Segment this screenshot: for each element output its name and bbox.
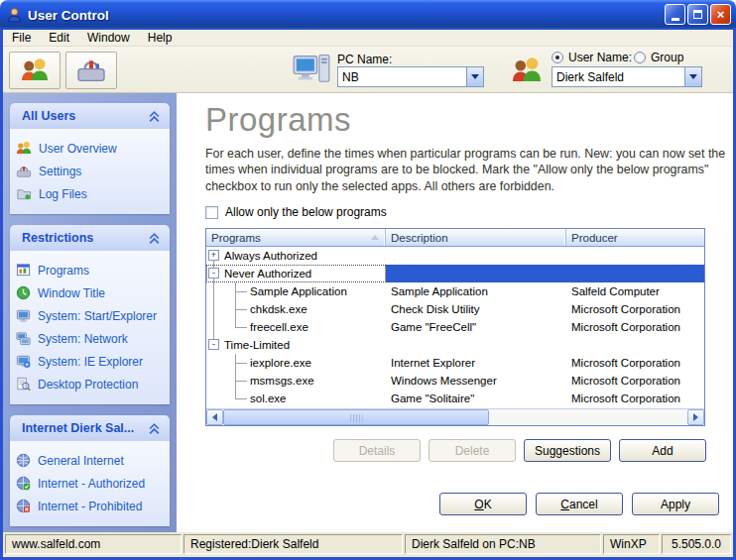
minimize-button[interactable] <box>665 4 685 25</box>
panel-title: All Users <box>22 109 75 123</box>
sidebar-item-system-start-explorer[interactable]: System: Start/Explorer <box>16 304 166 327</box>
allow-only-checkbox[interactable] <box>205 206 218 219</box>
column-header-producer[interactable]: Producer <box>566 229 704 246</box>
cell-description <box>386 247 566 265</box>
page-description: For each user, define the times when par… <box>205 146 731 194</box>
menu-window[interactable]: Window <box>78 30 139 46</box>
cell-producer <box>566 265 704 282</box>
chevron-up-icon[interactable] <box>148 232 161 245</box>
toolbox-toolbar-button[interactable] <box>65 52 117 89</box>
user-name-dropdown-button[interactable] <box>684 67 701 86</box>
table-row[interactable]: chkdsk.exe Check Disk Utility Microsoft … <box>206 300 704 318</box>
sidebar-item-general-internet[interactable]: General Internet <box>16 449 166 472</box>
sidebar-item-programs[interactable]: Programs <box>16 259 166 281</box>
add-button[interactable]: Add <box>619 439 706 462</box>
sidebar-item-label: Internet - Authorized <box>38 477 145 491</box>
sidebar-item-internet-prohibited[interactable]: Internet - Prohibited <box>16 495 166 517</box>
scroll-left-button[interactable] <box>206 409 223 425</box>
sidebar-item-internet-authorized[interactable]: Internet - Authorized <box>16 472 166 495</box>
table-row-group[interactable]: +Always Authorized <box>206 247 704 265</box>
sidebar-panel-all-users: All Users User Overview Settings <box>10 103 170 214</box>
sidebar-item-label: Desktop Protection <box>38 378 138 392</box>
tree-guide <box>213 318 214 336</box>
sidebar-item-system-ie-explorer[interactable]: System: IE Explorer <box>16 350 166 373</box>
sidebar-item-user-overview[interactable]: User Overview <box>16 137 166 160</box>
menu-help[interactable]: Help <box>139 30 182 46</box>
table-row[interactable]: iexplore.exe Internet Explorer Microsoft… <box>206 354 704 372</box>
chevron-up-icon[interactable] <box>148 110 161 123</box>
user-name-value: Dierk Salfeld <box>552 70 684 84</box>
details-button[interactable]: Details <box>333 439 421 462</box>
collapse-icon[interactable]: - <box>208 339 219 350</box>
delete-button[interactable]: Delete <box>429 439 516 462</box>
close-icon: × <box>717 7 725 22</box>
globe-icon <box>16 453 31 468</box>
titlebar[interactable]: User Control × <box>0 0 736 30</box>
scrollbar-track[interactable] <box>489 409 687 425</box>
sidebar-item-window-title[interactable]: Window Title <box>16 281 166 304</box>
maximize-button[interactable] <box>687 4 708 25</box>
sidebar-item-desktop-protection[interactable]: Desktop Protection <box>16 373 166 395</box>
column-label: Description <box>391 232 448 244</box>
sidebar-item-settings[interactable]: Settings <box>16 160 166 182</box>
sidebar-item-system-network[interactable]: System: Network <box>16 327 166 350</box>
cell-program: Sample Application <box>250 285 347 297</box>
users-toolbar-button[interactable] <box>9 52 61 89</box>
sidebar-item-label: User Overview <box>39 142 117 156</box>
cell-description <box>386 336 566 354</box>
cell-producer: Salfeld Computer <box>566 282 704 300</box>
users-icon <box>20 57 50 83</box>
chevron-up-icon[interactable] <box>148 422 161 435</box>
menu-file[interactable]: File <box>3 30 40 46</box>
scroll-right-button[interactable] <box>687 409 704 425</box>
table-row[interactable]: sol.exe Game "Solitaire" Microsoft Corpo… <box>206 390 704 407</box>
horizontal-scrollbar[interactable] <box>206 408 704 425</box>
cancel-button[interactable]: Cancel <box>536 493 623 515</box>
panel-header-all-users[interactable]: All Users <box>10 103 170 129</box>
cell-description: Internet Explorer <box>386 354 566 372</box>
cell-program: freecell.exe <box>250 321 308 333</box>
group-radio[interactable]: Group <box>634 51 683 64</box>
panel-title: Internet Dierk Sal... <box>22 421 134 435</box>
cell-program: msmsgs.exe <box>250 375 314 387</box>
table-row-group[interactable]: -Time-Limited <box>206 336 704 354</box>
tree-guide <box>213 300 214 318</box>
arrow-right-icon <box>693 413 698 421</box>
apply-button[interactable]: Apply <box>632 493 719 515</box>
table-row[interactable]: freecell.exe Game "FreeCell" Microsoft C… <box>206 318 704 336</box>
ok-button[interactable]: OK <box>439 493 527 515</box>
cell-producer <box>566 336 704 354</box>
clock-globe-icon <box>16 285 31 300</box>
close-button[interactable]: × <box>710 4 731 25</box>
group-label: Time-Limited <box>224 339 290 351</box>
chevron-down-icon <box>471 74 479 79</box>
maximize-icon <box>693 10 702 19</box>
user-name-combobox[interactable]: Dierk Salfeld <box>552 66 702 87</box>
pc-name-dropdown-button[interactable] <box>466 67 483 86</box>
status-version: 5.505.0.0 <box>662 534 731 554</box>
panel-header-internet[interactable]: Internet Dierk Sal... <box>10 415 170 441</box>
folder-icon <box>16 186 32 201</box>
group-label: Always Authorized <box>224 250 317 262</box>
user-group-icon <box>511 56 543 84</box>
cell-producer <box>566 247 704 265</box>
table-row-group-selected[interactable]: -Never Authorized <box>206 265 704 282</box>
panel-header-restrictions[interactable]: Restrictions <box>10 225 170 251</box>
collapse-icon[interactable]: - <box>208 268 219 279</box>
pc-name-combobox[interactable]: NB <box>337 66 484 87</box>
table-header: Programs Description Producer <box>206 229 704 247</box>
table-row[interactable]: Sample Application Sample Application Sa… <box>206 282 704 300</box>
sidebar-item-label: Settings <box>39 165 81 178</box>
expand-icon[interactable]: + <box>208 250 219 261</box>
scrollbar-thumb[interactable] <box>223 409 489 425</box>
user-name-radio-label: User Name: <box>568 51 632 64</box>
column-header-description[interactable]: Description <box>386 229 566 246</box>
sidebar-item-log-files[interactable]: Log Files <box>16 182 166 205</box>
suggestions-button[interactable]: Suggestions <box>524 439 611 462</box>
group-label: Never Authorized <box>224 268 311 280</box>
user-name-radio[interactable]: User Name: <box>552 51 632 64</box>
statusbar: www.salfeld.com Registered:Dierk Salfeld… <box>3 532 733 557</box>
menu-edit[interactable]: Edit <box>40 30 78 46</box>
table-row[interactable]: msmsgs.exe Windows Messenger Microsoft C… <box>206 372 704 390</box>
column-header-programs[interactable]: Programs <box>206 229 386 246</box>
